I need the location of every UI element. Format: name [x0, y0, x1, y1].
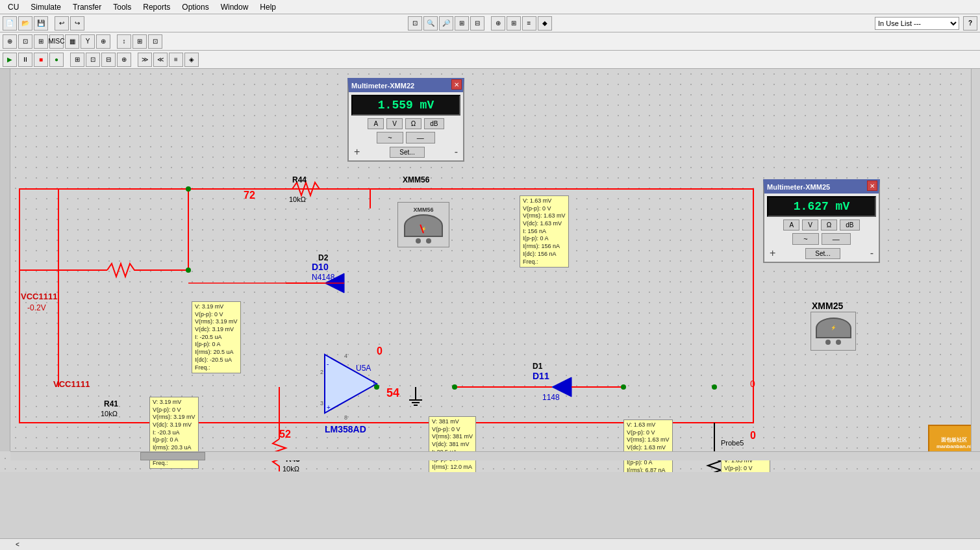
- zoom-in-btn[interactable]: 🔍: [423, 16, 438, 31]
- tb2-btn2[interactable]: ⊡: [18, 34, 32, 49]
- probe-box-4: V: 381 mV V(p-p): 0 V V(rms): 381 mV V(d…: [429, 416, 476, 472]
- mm22-bottom-row: + Set... -: [349, 145, 463, 160]
- tb2-btn7[interactable]: ⊕: [96, 34, 110, 49]
- tb2-btn4[interactable]: MISC: [49, 34, 64, 49]
- menu-options[interactable]: Options: [177, 1, 214, 13]
- junction-btn[interactable]: ◆: [538, 16, 552, 31]
- undo-btn[interactable]: ↩: [55, 16, 69, 31]
- mm25-btn-a[interactable]: A: [783, 219, 799, 231]
- component-btn[interactable]: ⊕: [491, 16, 505, 31]
- sim-ctrl7[interactable]: ≡: [169, 53, 183, 67]
- tb2-btn6[interactable]: Y: [81, 34, 95, 49]
- tb2-btn3[interactable]: ⊞: [34, 34, 48, 49]
- mm25-btn-v[interactable]: V: [802, 219, 818, 231]
- xmm56-term-minus[interactable]: [426, 238, 431, 244]
- mm22-btn-dc[interactable]: —: [406, 132, 435, 144]
- r44-label: R44: [292, 175, 307, 184]
- svg-text:8: 8: [344, 414, 347, 421]
- mm22-btn-a[interactable]: A: [368, 118, 384, 129]
- sim-pause-btn[interactable]: ⏸: [18, 53, 32, 67]
- mm22-minus: -: [455, 146, 458, 158]
- menu-transfer[interactable]: Transfer: [68, 1, 107, 13]
- menu-cu[interactable]: CU: [3, 1, 24, 13]
- help-question-btn[interactable]: ?: [963, 16, 977, 31]
- xmm25-meter-face: ⚡: [816, 318, 851, 338]
- mm22-set-btn[interactable]: Set...: [390, 147, 424, 158]
- sim-ctrl8[interactable]: ◈: [184, 53, 199, 67]
- mm22-btn-wave[interactable]: ~: [377, 132, 403, 144]
- sim-ctrl4[interactable]: ⊕: [117, 53, 131, 67]
- menu-reports[interactable]: Reports: [138, 1, 175, 13]
- zoom-out-btn[interactable]: 🔎: [439, 16, 453, 31]
- mm25-btn-wave[interactable]: ~: [792, 233, 818, 245]
- sim-ctrl6[interactable]: ≪: [153, 53, 168, 67]
- mm25-set-btn[interactable]: Set...: [805, 248, 840, 259]
- zoom-fit-btn[interactable]: ⊞: [455, 16, 469, 31]
- mm25-btn-ohm[interactable]: Ω: [821, 219, 837, 231]
- svg-text:2: 2: [320, 369, 323, 375]
- multimeter-xmm22: Multimeter-XMM22 ✕ 1.559 mV A V Ω dB ~ —…: [347, 78, 464, 162]
- mm22-btn-db[interactable]: dB: [424, 118, 444, 129]
- v-scrollbar[interactable]: [971, 69, 980, 451]
- mm22-btn-v[interactable]: V: [386, 118, 403, 129]
- menu-tools[interactable]: Tools: [108, 1, 136, 13]
- mm22-plus: +: [354, 146, 360, 158]
- tb2-btn8[interactable]: ↕: [117, 34, 131, 49]
- xmm56-meter-face: ⚡: [404, 214, 443, 237]
- h-scrollbar[interactable]: [10, 451, 980, 460]
- svg-text:4: 4: [344, 353, 347, 359]
- zoom-area-btn[interactable]: ⊟: [470, 16, 484, 31]
- zoom-page-btn[interactable]: ⊡: [408, 16, 422, 31]
- xmm56-term-plus[interactable]: [416, 238, 421, 244]
- mm22-close-btn[interactable]: ✕: [451, 79, 462, 90]
- tb2-btn1[interactable]: ⊕: [3, 34, 17, 49]
- sim-ctrl2[interactable]: ⊡: [86, 53, 100, 67]
- menu-window[interactable]: Window: [216, 1, 254, 13]
- xmm25-term-plus[interactable]: [825, 340, 831, 345]
- inuse-select[interactable]: In Use List ---: [875, 17, 959, 30]
- save-btn[interactable]: 💾: [34, 16, 48, 31]
- node0a-label: 0: [377, 345, 383, 356]
- mm25-close-btn[interactable]: ✕: [867, 181, 877, 191]
- vcc1111-label: VCC1111: [21, 292, 57, 301]
- mm25-bottom-row: + Set... -: [764, 246, 879, 262]
- open-btn[interactable]: 📂: [18, 16, 32, 31]
- tb2-btn5[interactable]: ▦: [65, 34, 79, 49]
- mm25-btn-db[interactable]: dB: [840, 219, 859, 231]
- svg-point-30: [621, 384, 626, 390]
- mm22-title: Multimeter-XMM22: [351, 82, 414, 90]
- probe5-label: Probe5: [721, 439, 744, 447]
- sim-stop-btn[interactable]: ■: [34, 53, 48, 67]
- mm22-btn-ohm[interactable]: Ω: [405, 118, 421, 129]
- sim-ctrl3[interactable]: ⊟: [101, 53, 116, 67]
- mm25-title: Multimeter-XMM25: [767, 183, 830, 191]
- xmm56-label: XMM56: [403, 175, 430, 184]
- menu-help[interactable]: Help: [255, 1, 281, 13]
- sim-dot-btn[interactable]: ●: [49, 53, 64, 67]
- wire-btn[interactable]: ⊞: [507, 16, 521, 31]
- bus-btn[interactable]: ≡: [522, 16, 536, 31]
- svg-text:VCC1111: VCC1111: [53, 379, 90, 389]
- status-text: <: [16, 541, 19, 548]
- d10-label: D10: [312, 262, 329, 272]
- h-scroll-thumb[interactable]: [140, 452, 205, 460]
- sim-ctrl1[interactable]: ⊞: [70, 53, 84, 67]
- tb2-btn9[interactable]: ⊞: [132, 34, 147, 49]
- r41-label: R41: [104, 399, 118, 408]
- redo-btn[interactable]: ↪: [70, 16, 84, 31]
- r43-value: 10kΩ: [283, 465, 299, 472]
- xmm25-term-minus[interactable]: [836, 340, 841, 345]
- new-btn[interactable]: 📄: [3, 16, 17, 31]
- mm25-title-bar: Multimeter-XMM25: [764, 181, 879, 194]
- svg-point-28: [186, 186, 191, 192]
- sim-ctrl5[interactable]: ≫: [138, 53, 152, 67]
- svg-text:D2: D2: [318, 253, 329, 262]
- svg-text:0: 0: [750, 379, 755, 389]
- d11-label: D11: [533, 371, 549, 381]
- tb2-btn10[interactable]: ⊡: [148, 34, 162, 49]
- menu-simulate[interactable]: Simulate: [25, 1, 66, 13]
- xmm25-canvas-label: XMM25: [812, 301, 843, 311]
- sim-play-btn[interactable]: ▶: [3, 53, 17, 67]
- svg-point-32: [374, 384, 379, 390]
- mm25-btn-dc[interactable]: —: [822, 233, 851, 245]
